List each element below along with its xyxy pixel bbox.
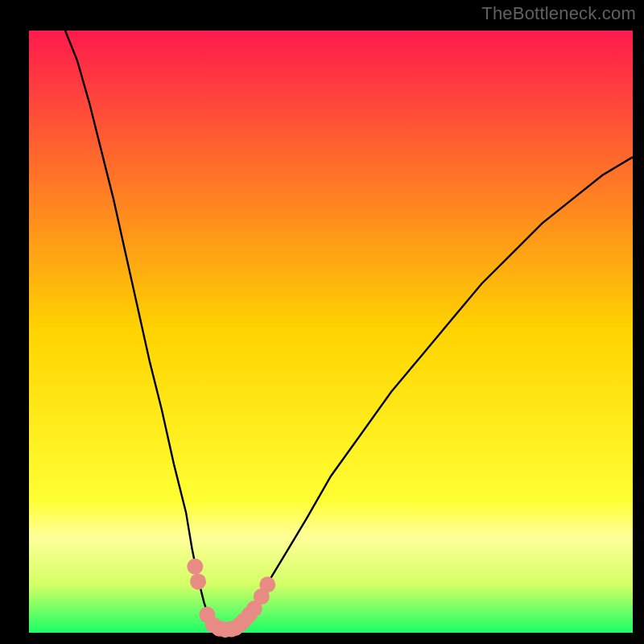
curve-marker — [187, 559, 203, 575]
curve-marker — [190, 573, 206, 589]
bottleneck-chart — [0, 0, 644, 644]
watermark-text: TheBottleneck.com — [481, 3, 636, 24]
curve-marker — [259, 576, 275, 592]
gradient-background — [29, 31, 633, 633]
chart-frame: TheBottleneck.com — [0, 0, 644, 644]
